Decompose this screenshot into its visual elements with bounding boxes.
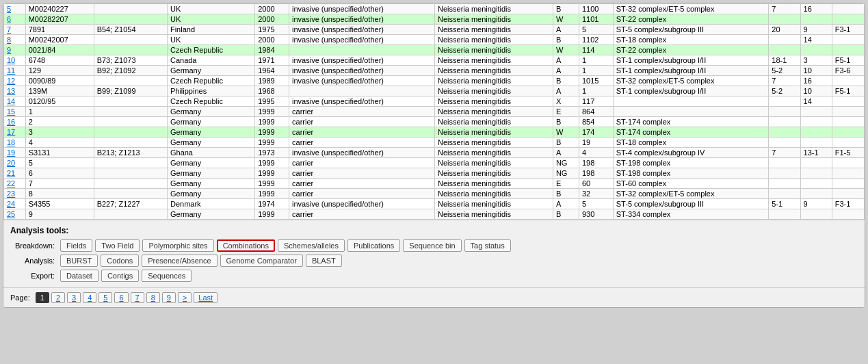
row-id-link[interactable]: 24 (4, 199, 26, 209)
table-row: 259Germany1999carrierNeisseria meningiti… (4, 209, 865, 220)
analysis-btn-genome-comparator[interactable]: Genome Comparator (220, 255, 303, 267)
table-cell: B (553, 35, 579, 45)
table-cell: 0090/89 (25, 76, 94, 86)
analysis-btn-presence-absence[interactable]: Presence/Absence (142, 255, 217, 267)
row-id-link[interactable]: 25 (4, 209, 26, 220)
table-cell: B99; Z1099 (94, 86, 167, 96)
row-id-link[interactable]: 19 (4, 148, 26, 158)
breakdown-btn-two-field[interactable]: Two Field (95, 239, 140, 252)
analysis-btn-burst[interactable]: BURST (60, 255, 98, 267)
row-id-link[interactable]: 9 (4, 45, 26, 55)
table-cell: 1968 (255, 86, 289, 96)
table-cell: 0021/84 (25, 45, 94, 55)
export-btn-sequences[interactable]: Sequences (142, 270, 192, 282)
page-btn-2[interactable]: 2 (51, 292, 65, 303)
table-cell: 1 (579, 86, 613, 96)
row-id-link[interactable]: 17 (4, 127, 26, 138)
table-cell: 14 (800, 96, 832, 107)
table-cell: invasive (unspecified/other) (289, 96, 435, 107)
table-cell: 7 (769, 148, 800, 158)
table-cell: 2 (25, 117, 94, 127)
table-cell: F1-5 (832, 148, 864, 158)
table-cell: ST-1 complex/subgroup I/II (613, 66, 769, 76)
breakdown-btn-combinations[interactable]: Combinations (217, 239, 275, 252)
table-row: 140120/95Czech Republic1995invasive (uns… (4, 96, 865, 107)
table-cell: 2000 (255, 4, 289, 14)
breakdown-btn-tag-status[interactable]: Tag status (464, 239, 511, 252)
row-id-link[interactable]: 22 (4, 179, 26, 189)
row-id-link[interactable]: 16 (4, 117, 26, 127)
row-id-link[interactable]: 12 (4, 76, 26, 86)
analysis-btn-blast[interactable]: BLAST (306, 255, 342, 267)
table-cell: Neisseria meningitidis (435, 107, 553, 117)
row-id-link[interactable]: 18 (4, 138, 26, 148)
table-row: 5M00240227UK2000invasive (unspecified/ot… (4, 4, 865, 14)
table-cell: F5-1 (832, 55, 864, 66)
export-btn-contigs[interactable]: Contigs (101, 270, 139, 282)
analysis-btn-codons[interactable]: Codons (101, 255, 139, 267)
row-id-link[interactable]: 10 (4, 55, 26, 66)
table-cell (289, 45, 435, 55)
page-btn-7[interactable]: 7 (131, 292, 144, 303)
table-cell (769, 127, 800, 138)
table-cell: Neisseria meningitidis (435, 25, 553, 35)
table-cell: M00282207 (25, 14, 94, 25)
page-btn-9[interactable]: 9 (162, 292, 176, 303)
row-id-link[interactable]: 14 (4, 96, 26, 107)
table-cell: carrier (289, 168, 435, 179)
table-cell: 1 (579, 55, 613, 66)
row-id-link[interactable]: 15 (4, 107, 26, 117)
table-cell: ST-174 complex (613, 127, 769, 138)
row-id-link[interactable]: 6 (4, 14, 26, 25)
table-cell: carrier (289, 117, 435, 127)
row-id-link[interactable]: 7 (4, 25, 26, 35)
page-btn-3[interactable]: 3 (67, 292, 81, 303)
table-cell (94, 35, 167, 45)
table-cell (832, 76, 864, 86)
table-cell (613, 96, 769, 107)
table-cell: B213; Z1213 (94, 148, 167, 158)
breakdown-btn-fields[interactable]: Fields (60, 239, 92, 252)
table-cell (832, 4, 864, 14)
table-cell: 1964 (255, 66, 289, 76)
table-cell: 854 (579, 117, 613, 127)
table-cell: A (553, 199, 579, 209)
breakdown-btn-publications[interactable]: Publications (347, 239, 400, 252)
row-id-link[interactable]: 23 (4, 189, 26, 199)
table-cell: 864 (579, 107, 613, 117)
table-cell: ST-174 complex (613, 117, 769, 127)
table-cell: Denmark (167, 199, 254, 209)
table-cell (769, 138, 800, 148)
table-cell: invasive (unspecified/other) (289, 76, 435, 86)
page-btn-1[interactable]: 1 (36, 292, 49, 303)
table-cell: 5 (579, 25, 613, 35)
row-id-link[interactable]: 8 (4, 35, 26, 45)
table-cell: carrier (289, 107, 435, 117)
table-cell: ST-32 complex/ET-5 complex (613, 76, 769, 86)
page-btn-6[interactable]: 6 (114, 292, 128, 303)
row-id-link[interactable]: 13 (4, 86, 26, 96)
table-cell: Germany (167, 66, 254, 76)
export-btn-dataset[interactable]: Dataset (60, 270, 98, 282)
breakdown-btn-sequence-bin[interactable]: Sequence bin (403, 239, 461, 252)
page-btn-5[interactable]: 5 (98, 292, 112, 303)
row-id-link[interactable]: 11 (4, 66, 26, 76)
table-cell: Neisseria meningitidis (435, 55, 553, 66)
page-btn-4[interactable]: 4 (83, 292, 96, 303)
table-cell: B (553, 189, 579, 199)
page-next-btn[interactable]: > (178, 292, 192, 303)
table-cell: invasive (unspecified/other) (289, 55, 435, 66)
row-id-link[interactable]: 21 (4, 168, 26, 179)
page-btn-8[interactable]: 8 (146, 292, 160, 303)
table-cell (94, 127, 167, 138)
breakdown-btn-polymorphic-sites[interactable]: Polymorphic sites (142, 239, 213, 252)
breakdown-btn-schemes-alleles[interactable]: Schemes/alleles (278, 239, 345, 252)
table-cell (94, 45, 167, 55)
table-cell: B (553, 4, 579, 14)
table-cell: Neisseria meningitidis (435, 158, 553, 168)
row-id-link[interactable]: 5 (4, 4, 26, 14)
page-last-btn[interactable]: Last (194, 292, 218, 303)
row-id-link[interactable]: 20 (4, 158, 26, 168)
table-cell: A (553, 55, 579, 66)
table-cell: Neisseria meningitidis (435, 199, 553, 209)
